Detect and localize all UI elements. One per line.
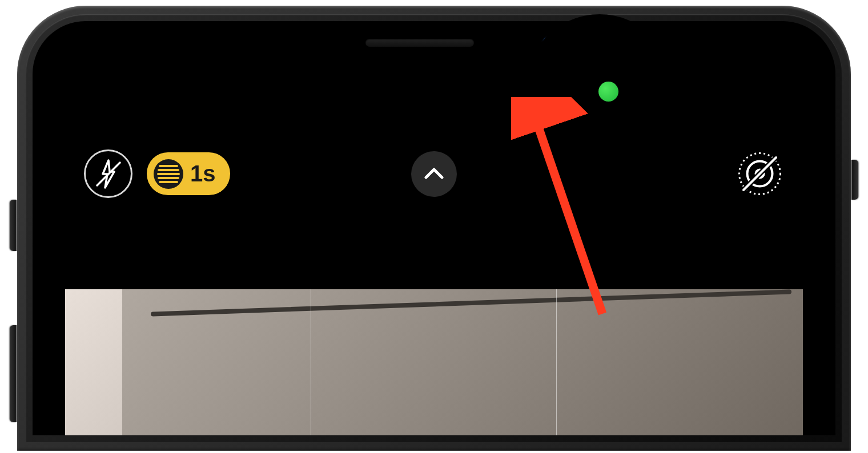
- camera-viewfinder[interactable]: [65, 289, 803, 435]
- phone-frame: 1s: [17, 6, 851, 451]
- mute-switch: [10, 200, 17, 251]
- grid-line: [556, 289, 557, 435]
- phone-screen: 1s: [33, 21, 835, 435]
- callout-magnifier: [525, 14, 674, 163]
- svg-line-5: [744, 157, 776, 190]
- camera-options-chevron-button[interactable]: [411, 151, 457, 197]
- speaker-grille: [365, 39, 474, 47]
- camera-controls-bar: 1s: [33, 149, 835, 198]
- night-mode-icon: [154, 159, 183, 189]
- volume-button: [10, 325, 17, 422]
- chevron-up-icon: [421, 161, 447, 187]
- grid-line: [311, 289, 311, 435]
- side-button: [851, 160, 858, 200]
- night-mode-button[interactable]: 1s: [147, 152, 230, 195]
- live-photo-toggle-button[interactable]: [736, 149, 784, 198]
- night-mode-duration-label: 1s: [190, 161, 216, 187]
- flash-off-icon: [91, 157, 126, 191]
- flash-toggle-button[interactable]: [84, 149, 132, 198]
- live-photo-off-icon: [736, 149, 784, 198]
- camera-in-use-indicator-dot: [598, 82, 618, 102]
